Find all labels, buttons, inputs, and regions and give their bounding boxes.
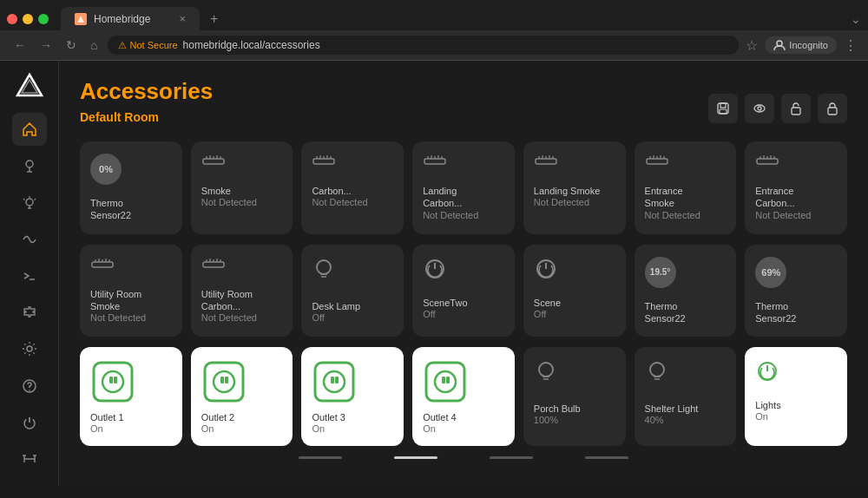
- unlock-btn[interactable]: [781, 94, 811, 123]
- svg-rect-31: [114, 377, 117, 383]
- tile-scene[interactable]: Scene Off: [523, 245, 626, 337]
- expand-btn[interactable]: ⌄: [851, 12, 861, 26]
- tile-utility-carbon[interactable]: Utility Room Carbon... Not Detected: [191, 245, 293, 337]
- sidebar-item-settings[interactable]: [12, 332, 47, 365]
- view-btn[interactable]: [745, 94, 774, 123]
- tile-entrance-smoke[interactable]: Entrance Smoke Not Detected: [635, 141, 737, 234]
- sidebar-item-lights[interactable]: [12, 186, 47, 219]
- tile-outlet-2[interactable]: Outlet 2 On: [191, 347, 293, 446]
- forward-btn[interactable]: →: [36, 36, 56, 54]
- outlet-icon: [423, 359, 468, 404]
- power-icon: [534, 257, 558, 281]
- power-icon: [423, 257, 447, 281]
- tile-label: Outlet 1: [90, 411, 124, 423]
- sensor-icon: [201, 154, 226, 169]
- incognito-btn[interactable]: Incognito: [765, 36, 837, 54]
- minimize-dot[interactable]: [23, 14, 33, 24]
- tile-shelter-light[interactable]: Shelter Light 40%: [635, 347, 737, 446]
- active-tab[interactable]: Homebridge ×: [61, 7, 200, 30]
- sidebar-item-automations[interactable]: [12, 223, 47, 256]
- svg-point-45: [650, 363, 664, 377]
- sidebar: [0, 61, 59, 486]
- address-bar-input[interactable]: ⚠ Not Secure homebridge.local/accessorie…: [108, 36, 739, 55]
- bulb-icon: [645, 359, 669, 387]
- tile-sub: Not Detected: [90, 312, 146, 323]
- svg-rect-24: [203, 262, 224, 267]
- logo[interactable]: [14, 71, 45, 102]
- svg-rect-16: [828, 108, 837, 115]
- sidebar-item-accessories[interactable]: [12, 149, 47, 182]
- tile-sub: Not Detected: [755, 210, 811, 220]
- tile-outlet-4[interactable]: Outlet 4 On: [412, 347, 515, 446]
- tile-landing-carbon[interactable]: Landing Carbon... Not Detected: [412, 141, 515, 234]
- outlet-icon: [90, 359, 135, 404]
- svg-point-4: [26, 161, 33, 167]
- scroll-tab-4: [585, 456, 628, 459]
- sensor-icon: [90, 257, 115, 272]
- accessories-row1: 0% Thermo Sensor22 Smoke Not Detected Ca…: [80, 141, 847, 234]
- tile-label: Outlet 2: [201, 411, 235, 423]
- tile-smoke[interactable]: Smoke Not Detected: [191, 141, 293, 234]
- tile-label: Outlet 3: [312, 411, 345, 423]
- tile-lights[interactable]: Lights On: [745, 347, 847, 446]
- tile-humidity-value: 69%: [755, 257, 786, 288]
- tab-title: Homebridge: [94, 13, 150, 25]
- sidebar-item-plugins[interactable]: [12, 296, 47, 329]
- power-active-icon: [755, 359, 779, 383]
- maximize-dot[interactable]: [38, 14, 49, 24]
- tile-label: Entrance Smoke: [645, 185, 683, 210]
- svg-point-44: [539, 363, 553, 377]
- tile-thermo-2[interactable]: 19.5° Thermo Sensor22: [635, 245, 737, 337]
- sidebar-item-terminal[interactable]: [12, 259, 47, 292]
- incognito-label: Incognito: [789, 40, 828, 50]
- outlet-icon: [312, 359, 357, 404]
- bookmark-btn[interactable]: ☆: [746, 37, 758, 54]
- tile-label: Shelter Light: [645, 403, 699, 415]
- back-btn[interactable]: ←: [10, 36, 30, 54]
- more-btn[interactable]: ⋮: [844, 37, 858, 54]
- sensor-icon: [534, 154, 558, 169]
- browser-chrome: Homebridge × + ⌄ ← → ↻ ⌂ ⚠ Not Secure ho…: [0, 0, 868, 61]
- lock-btn[interactable]: [818, 94, 847, 123]
- sidebar-item-bridge[interactable]: [12, 442, 47, 475]
- close-dot[interactable]: [7, 14, 17, 24]
- tile-outlet-1[interactable]: Outlet 1 On: [80, 347, 182, 446]
- svg-point-5: [26, 199, 33, 206]
- sidebar-item-home[interactable]: [12, 113, 47, 146]
- tile-sub: Not Detected: [645, 210, 700, 220]
- tab-close-btn[interactable]: ×: [179, 12, 186, 25]
- tile-entrance-carbon[interactable]: Entrance Carbon... Not Detected: [745, 141, 847, 234]
- accessories-row3: Outlet 1 On Outlet 2 On Outlet 3 On: [80, 347, 847, 446]
- tile-outlet-3[interactable]: Outlet 3 On: [301, 347, 404, 446]
- tile-sub: Not Detected: [534, 197, 589, 207]
- tile-desk-lamp[interactable]: Desk Lamp Off: [301, 245, 404, 337]
- header-actions: [708, 94, 847, 123]
- home-btn[interactable]: ⌂: [87, 36, 101, 54]
- tile-sub: On: [201, 423, 214, 434]
- tile-thermo-1[interactable]: 0% Thermo Sensor22: [80, 141, 182, 234]
- new-tab-btn[interactable]: +: [203, 11, 225, 27]
- save-layout-btn[interactable]: [708, 94, 738, 123]
- svg-point-7: [27, 346, 32, 351]
- tile-thermo-3[interactable]: 69% Thermo Sensor22: [745, 245, 847, 337]
- tile-utility-smoke[interactable]: Utility Room Smoke Not Detected: [80, 245, 182, 337]
- svg-point-14: [758, 107, 761, 110]
- scroll-tab-2: [394, 456, 437, 459]
- svg-marker-0: [77, 16, 84, 23]
- security-warning: ⚠ Not Secure: [118, 40, 177, 51]
- tile-label: Entrance Carbon...: [755, 185, 794, 210]
- tile-porch-bulb[interactable]: Porch Bulb 100%: [523, 347, 626, 446]
- tile-carbon[interactable]: Carbon... Not Detected: [301, 141, 404, 234]
- tile-scene-two[interactable]: SceneTwo Off: [412, 245, 515, 337]
- tile-label: Lights: [755, 399, 780, 411]
- tile-label: Porch Bulb: [534, 403, 581, 415]
- tile-label: Thermo Sensor22: [755, 300, 796, 325]
- sidebar-item-power[interactable]: [12, 406, 47, 439]
- svg-rect-22: [757, 159, 778, 164]
- svg-rect-39: [335, 377, 339, 383]
- sidebar-item-help[interactable]: [12, 369, 47, 402]
- tile-landing-smoke[interactable]: Landing Smoke Not Detected: [523, 141, 626, 234]
- refresh-btn[interactable]: ↻: [62, 36, 80, 54]
- sensor-icon: [755, 154, 779, 169]
- tile-sub: Off: [312, 312, 324, 323]
